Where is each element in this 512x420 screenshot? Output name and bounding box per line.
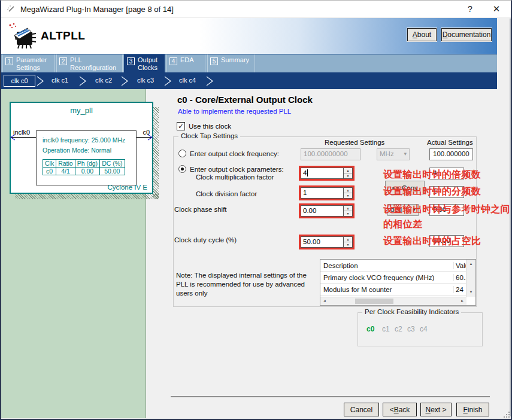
phase-label: Clock phase shift	[174, 206, 227, 213]
window-title: MegaWizard Plug-In Manager [page 8 of 14…	[20, 5, 174, 14]
input-port-label: inclk0	[13, 129, 30, 136]
duty-input[interactable]: 50.00	[301, 236, 343, 248]
subtab-clk-c4[interactable]: clk c4	[172, 77, 203, 84]
phase-spinner[interactable]: ▲ ▼	[343, 205, 353, 217]
tab-parameter-settings[interactable]: 1 Parameter Settings	[2, 54, 55, 72]
col-dc: DC (%)	[100, 159, 125, 167]
module-name: my_pll	[11, 106, 152, 115]
clock-subtab-bar	[1, 72, 497, 89]
vertical-scrollbar[interactable]: ▲ ▼	[466, 260, 475, 297]
duty-annotation-box: 50.00 ▲ ▼	[299, 235, 355, 249]
col-ratio: Ratio	[56, 159, 75, 167]
spin-down-icon[interactable]: ▼	[344, 211, 352, 216]
feasibility-c1: c1	[382, 325, 395, 333]
finish-key: F	[463, 406, 467, 414]
spin-up-icon[interactable]: ▲	[344, 206, 352, 211]
phase-annotation-text: 设置输出时钟与参考时钟之间的相位差	[383, 202, 512, 232]
mult-annotation-text: 设置输出时钟的倍频数	[383, 167, 481, 182]
params-radio-label: Enter output clock parameters:	[190, 166, 284, 173]
back-button[interactable]: < Back	[383, 403, 417, 416]
close-icon[interactable]: ✕	[487, 1, 505, 17]
cancel-button[interactable]: Cancel	[344, 403, 379, 416]
cell-ratio: 4/1	[56, 167, 75, 175]
spin-up-icon[interactable]: ▲	[344, 237, 352, 242]
table-row: c0 4/1 0.00 50.00	[43, 167, 125, 175]
tab-number: 1	[5, 57, 13, 65]
about-label-key: A	[413, 31, 417, 39]
mult-input[interactable]: 4	[301, 168, 343, 179]
requested-settings-header: Requested Settings	[325, 139, 384, 146]
col-description: Description	[320, 262, 453, 269]
internal-settings-table: Description Valu Primary clock VCO frequ…	[320, 259, 476, 306]
tab-pll-reconfiguration[interactable]: 2 PLL Reconfiguration	[56, 54, 123, 72]
freq-radio[interactable]	[178, 150, 186, 157]
help-button[interactable]: ?	[461, 1, 479, 17]
doc-label-post: ocumentation	[447, 31, 490, 39]
mult-spinner[interactable]: ▲ ▼	[343, 168, 353, 179]
chevron-right-icon	[163, 75, 172, 87]
resize-grip[interactable]	[503, 411, 510, 418]
row-value: 60..	[453, 274, 466, 281]
div-input[interactable]: 1	[301, 187, 343, 199]
use-this-clock-checkbox[interactable]: ✓	[177, 122, 185, 130]
freq-input[interactable]: 100.00000000	[301, 148, 360, 160]
spin-up-icon[interactable]: ▲	[344, 188, 352, 193]
table-header-row: Clk Ratio Ph (dg) DC (%)	[43, 159, 125, 167]
documentation-button[interactable]: Documentation	[441, 28, 492, 41]
tab-eda[interactable]: 4 EDA	[166, 54, 205, 72]
scroll-down-icon[interactable]: ▼	[466, 288, 475, 297]
feasibility-c4: c4	[420, 325, 432, 333]
subtab-clk-c2[interactable]: clk c2	[88, 77, 119, 84]
freq-unit-combobox[interactable]: MHz▾	[377, 148, 410, 160]
advanced-users-note: Note: The displayed internal settings of…	[176, 271, 308, 298]
subtab-clk-c1[interactable]: clk c1	[44, 77, 75, 84]
table-row[interactable]: Modulus for M counter 24	[320, 284, 475, 296]
tab-label: Parameter Settings	[16, 56, 53, 72]
title-bar: MegaWizard Plug-In Manager [page 8 of 14…	[1, 1, 511, 18]
subtab-clk-c0[interactable]: clk c0	[4, 75, 35, 87]
phase-input[interactable]: 0.00	[301, 205, 343, 217]
scroll-left-icon[interactable]: ◄	[320, 297, 329, 305]
scroll-up-icon[interactable]: ▲	[466, 260, 475, 269]
page-title: c0 - Core/External Output Clock	[177, 95, 313, 105]
about-button[interactable]: About	[407, 28, 437, 41]
diagram-shadow	[15, 194, 159, 199]
cell-dc: 50.00	[100, 167, 125, 175]
back-key: B	[394, 406, 399, 414]
altpll-chip-logo	[7, 22, 38, 51]
scroll-right-icon[interactable]: ►	[458, 297, 466, 305]
row-value: 24	[453, 286, 466, 293]
about-label-post: bout	[417, 31, 431, 39]
chevron-right-icon	[78, 75, 87, 87]
freq-unit-value: MHz	[380, 150, 394, 157]
div-label: Clock division factor	[196, 190, 257, 197]
tab-number: 5	[210, 57, 218, 65]
spin-up-icon[interactable]: ▲	[344, 168, 352, 174]
pll-info-box: inclk0 frequency: 25.000 MHz Operation M…	[36, 130, 137, 185]
finish-button[interactable]: Finish	[456, 403, 489, 416]
table-row[interactable]: Primary clock VCO frequency (MHz) 60..	[320, 272, 475, 284]
horizontal-scrollbar[interactable]: ◄ ►	[320, 297, 466, 305]
params-radio[interactable]	[178, 165, 186, 173]
scrollbar-thumb[interactable]	[355, 299, 393, 304]
spin-down-icon[interactable]: ▼	[344, 193, 352, 198]
cancel-label: Cancel	[350, 406, 372, 414]
chevron-down-icon: ▾	[404, 151, 407, 157]
tab-summary[interactable]: 5 Summary	[207, 54, 255, 72]
spin-down-icon[interactable]: ▼	[344, 174, 352, 178]
tab-label: Summary	[221, 56, 249, 72]
chevron-right-icon	[35, 75, 45, 87]
col-value: Valu	[453, 262, 466, 269]
tab-output-clocks[interactable]: 3 Output Clocks	[124, 54, 165, 72]
duty-spinner[interactable]: ▲ ▼	[343, 236, 353, 248]
back-post: ack	[399, 406, 410, 414]
phase-annotation-box: 0.00 ▲ ▼	[299, 203, 355, 218]
actual-settings-header: Actual Settings	[427, 139, 473, 146]
next-button[interactable]: Next >	[420, 403, 452, 416]
subtab-clk-c3[interactable]: clk c3	[130, 77, 161, 84]
tab-number: 3	[127, 57, 135, 65]
spin-down-icon[interactable]: ▼	[344, 242, 352, 247]
div-annotation-text: 设置输出时钟的分频数	[383, 184, 481, 199]
div-spinner[interactable]: ▲ ▼	[343, 187, 353, 199]
duty-annotation-text: 设置输出时钟的占空比	[383, 233, 481, 248]
